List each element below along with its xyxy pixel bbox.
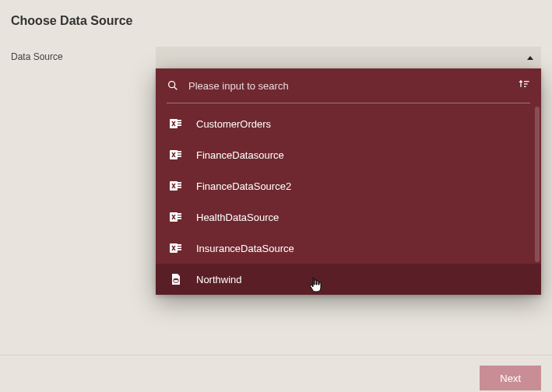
list-item-label: FinanceDataSource2 — [196, 180, 291, 192]
svg-rect-8 — [178, 124, 181, 126]
svg-rect-18 — [178, 213, 181, 215]
svg-rect-15 — [178, 184, 181, 186]
svg-rect-20 — [178, 218, 181, 219]
svg-rect-16 — [178, 187, 181, 188]
footer: Next — [0, 355, 552, 392]
svg-point-25 — [174, 278, 178, 281]
list-item[interactable]: Northwind — [156, 264, 541, 295]
data-source-select[interactable]: CustomerOrdersFinanceDatasourceFinanceDa… — [156, 47, 541, 68]
page-title: Choose Data Source — [0, 0, 552, 28]
list-item[interactable]: CustomerOrders — [156, 108, 541, 139]
list-item-label: InsuranceDataSource — [196, 243, 294, 254]
svg-rect-11 — [178, 153, 181, 155]
svg-rect-22 — [178, 244, 181, 246]
data-source-dropdown: CustomerOrdersFinanceDatasourceFinanceDa… — [156, 68, 541, 295]
list-item[interactable]: InsuranceDataSource — [156, 233, 541, 264]
field-label-data-source: Data Source — [0, 47, 156, 62]
next-button[interactable]: Next — [480, 366, 541, 390]
database-file-icon — [170, 273, 182, 285]
select-collapsed-bar[interactable] — [156, 47, 541, 68]
list-item-label: CustomerOrders — [196, 118, 271, 130]
search-icon — [167, 79, 179, 92]
list-item[interactable]: HealthDataSource — [156, 201, 541, 233]
excel-file-icon — [170, 180, 182, 192]
dropdown-list: CustomerOrdersFinanceDatasourceFinanceDa… — [156, 103, 541, 295]
svg-rect-19 — [178, 215, 181, 217]
svg-line-1 — [174, 87, 178, 90]
list-item-label: HealthDataSource — [196, 212, 279, 223]
svg-rect-24 — [178, 249, 181, 250]
excel-file-icon — [170, 242, 182, 254]
list-item[interactable]: FinanceDatasource — [156, 139, 541, 170]
svg-point-0 — [169, 82, 175, 88]
excel-file-icon — [170, 211, 182, 223]
excel-file-icon — [170, 149, 182, 161]
svg-rect-4 — [524, 86, 526, 87]
list-item[interactable]: FinanceDataSource2 — [156, 170, 541, 201]
list-item-label: FinanceDatasource — [196, 149, 284, 161]
excel-file-icon — [170, 117, 182, 130]
svg-rect-7 — [178, 122, 181, 124]
svg-rect-6 — [178, 120, 181, 121]
svg-rect-14 — [178, 182, 181, 184]
svg-rect-10 — [178, 151, 181, 152]
scrollbar[interactable] — [535, 107, 540, 262]
svg-rect-3 — [524, 83, 528, 84]
svg-rect-2 — [524, 81, 529, 82]
list-item-label: Northwind — [196, 274, 242, 285]
sort-icon[interactable] — [518, 78, 530, 93]
chevron-up-icon — [527, 56, 533, 60]
svg-rect-23 — [178, 247, 181, 248]
search-input[interactable] — [188, 80, 508, 92]
svg-rect-12 — [178, 156, 181, 157]
